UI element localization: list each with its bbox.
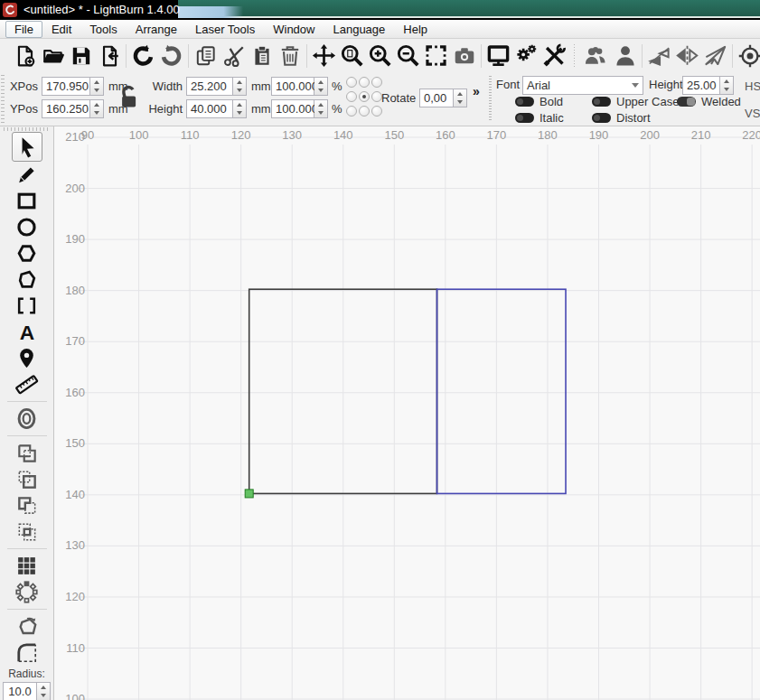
boolean-difference-tool-button[interactable] bbox=[12, 492, 42, 518]
grid-array-tool-button[interactable] bbox=[12, 553, 42, 579]
flip-vertical-button[interactable] bbox=[645, 42, 673, 70]
open-file-button[interactable] bbox=[39, 42, 67, 70]
text-tool-button[interactable]: A bbox=[12, 319, 42, 345]
italic-toggle[interactable] bbox=[515, 113, 534, 123]
boolean-union-tool-button[interactable] bbox=[12, 440, 42, 466]
width-percent-spinner[interactable] bbox=[314, 77, 328, 96]
settings-button[interactable] bbox=[512, 42, 540, 70]
height-field[interactable]: 40.000 bbox=[186, 99, 247, 118]
zoom-to-page-button[interactable] bbox=[338, 42, 366, 70]
xpos-field[interactable]: 170.950 bbox=[42, 77, 104, 96]
toolbar-grip[interactable] bbox=[1, 75, 5, 123]
measure-tool-button[interactable] bbox=[12, 371, 42, 397]
polygon-tool-button[interactable] bbox=[12, 240, 42, 266]
radius-spinner[interactable] bbox=[37, 682, 51, 700]
anchor-point-selector[interactable] bbox=[346, 77, 382, 117]
frame-selection-button[interactable] bbox=[422, 42, 450, 70]
welded-toggle-row[interactable]: Welded bbox=[677, 95, 741, 108]
xpos-spinner[interactable] bbox=[90, 77, 104, 96]
height-percent-value[interactable]: 100.000 bbox=[271, 99, 314, 118]
aspect-lock-button[interactable] bbox=[115, 83, 142, 117]
draw-lines-tool-button[interactable] bbox=[12, 162, 42, 188]
width-field[interactable]: 25.200 bbox=[186, 77, 247, 96]
bold-toggle[interactable] bbox=[515, 97, 534, 107]
copy-along-path-tool-button[interactable] bbox=[12, 613, 42, 639]
position-laser-tool-button[interactable] bbox=[12, 345, 42, 371]
ellipse-tool-button[interactable] bbox=[12, 214, 42, 240]
copy-button[interactable] bbox=[192, 42, 220, 70]
zoom-in-button[interactable] bbox=[366, 42, 394, 70]
font-height-spinner[interactable] bbox=[720, 76, 734, 95]
zoom-out-button[interactable] bbox=[394, 42, 422, 70]
menu-tools[interactable]: Tools bbox=[80, 21, 126, 38]
undo-button[interactable] bbox=[129, 42, 157, 70]
send-to-laser-button[interactable] bbox=[701, 42, 729, 70]
font-height-value[interactable]: 25.00 bbox=[682, 76, 720, 95]
menu-arrange[interactable]: Arrange bbox=[127, 21, 186, 38]
edit-shape-tool-button[interactable] bbox=[12, 266, 42, 293]
height-value[interactable]: 40.000 bbox=[186, 99, 233, 118]
selection-origin-handle[interactable] bbox=[245, 490, 253, 498]
paste-button[interactable] bbox=[248, 42, 276, 70]
width-value[interactable]: 25.200 bbox=[186, 77, 233, 96]
menu-edit[interactable]: Edit bbox=[42, 21, 80, 38]
offset-shapes-tool-button[interactable] bbox=[12, 406, 42, 432]
anchor-bottom-right[interactable] bbox=[371, 106, 382, 117]
anchor-top-center[interactable] bbox=[359, 77, 370, 88]
multi-user-button[interactable] bbox=[580, 42, 611, 70]
boolean-subtract-tool-button[interactable] bbox=[12, 466, 42, 492]
pan-button[interactable] bbox=[310, 42, 338, 70]
blue-rectangle[interactable] bbox=[437, 289, 567, 493]
upper-case-toggle-row[interactable]: Upper Case bbox=[592, 95, 679, 108]
focus-target-button[interactable] bbox=[736, 42, 760, 70]
menu-help[interactable]: Help bbox=[394, 21, 436, 38]
cut-button[interactable] bbox=[220, 42, 248, 70]
width-percent-value[interactable]: 100.000 bbox=[271, 77, 314, 96]
menu-file[interactable]: File bbox=[5, 21, 42, 38]
width-percent-field[interactable]: 100.000 bbox=[271, 77, 328, 96]
anchor-middle-left[interactable] bbox=[346, 91, 357, 102]
menu-window[interactable]: Window bbox=[264, 21, 324, 38]
device-settings-button[interactable] bbox=[540, 42, 568, 70]
height-percent-field[interactable]: 100.000 bbox=[271, 99, 328, 118]
workspace-canvas[interactable]: 9010011012013014015016017018019020021022… bbox=[54, 126, 760, 700]
boolean-intersection-tool-button[interactable] bbox=[12, 518, 42, 545]
anchor-top-right[interactable] bbox=[371, 77, 382, 88]
rotate-value[interactable]: 0,00 bbox=[419, 89, 454, 107]
preview-button[interactable] bbox=[484, 42, 512, 70]
radius-field[interactable]: 10.0 bbox=[3, 682, 51, 700]
rectangle-tool-button[interactable] bbox=[12, 188, 42, 214]
distort-toggle-row[interactable]: Distort bbox=[592, 111, 651, 125]
menu-laser-tools[interactable]: Laser Tools bbox=[186, 21, 264, 38]
design-canvas-svg[interactable] bbox=[54, 126, 760, 700]
anchor-bottom-center[interactable] bbox=[359, 106, 370, 117]
circular-array-tool-button[interactable] bbox=[12, 579, 42, 605]
font-dropdown[interactable]: Arial bbox=[522, 76, 643, 95]
anchor-bottom-left[interactable] bbox=[346, 106, 357, 117]
welded-toggle[interactable] bbox=[677, 97, 696, 107]
distort-toggle[interactable] bbox=[592, 113, 611, 123]
import-button[interactable] bbox=[95, 42, 123, 70]
width-spinner[interactable] bbox=[233, 77, 247, 96]
anchor-center[interactable] bbox=[359, 91, 370, 102]
camera-capture-button[interactable] bbox=[450, 42, 478, 70]
xpos-value[interactable]: 170.950 bbox=[42, 77, 90, 96]
corner-brackets-tool-button[interactable] bbox=[12, 293, 42, 319]
save-button[interactable] bbox=[67, 42, 95, 70]
rotate-field[interactable]: 0,00 bbox=[419, 89, 467, 107]
font-height-field[interactable]: 25.00 bbox=[682, 76, 734, 95]
select-tool-button[interactable] bbox=[12, 132, 42, 162]
menu-language[interactable]: Language bbox=[324, 21, 394, 38]
bold-toggle-row[interactable]: Bold bbox=[515, 95, 563, 108]
italic-toggle-row[interactable]: Italic bbox=[515, 111, 564, 125]
height-percent-spinner[interactable] bbox=[314, 99, 328, 118]
upper-case-toggle[interactable] bbox=[592, 97, 611, 107]
delete-button[interactable] bbox=[276, 42, 304, 70]
ypos-spinner[interactable] bbox=[90, 99, 104, 118]
palette-grip[interactable] bbox=[4, 127, 50, 131]
new-file-button[interactable] bbox=[11, 42, 39, 70]
ypos-value[interactable]: 160.250 bbox=[42, 99, 90, 118]
flip-horizontal-button[interactable] bbox=[673, 42, 701, 70]
user-button[interactable] bbox=[611, 42, 639, 70]
redo-button[interactable] bbox=[157, 42, 185, 70]
